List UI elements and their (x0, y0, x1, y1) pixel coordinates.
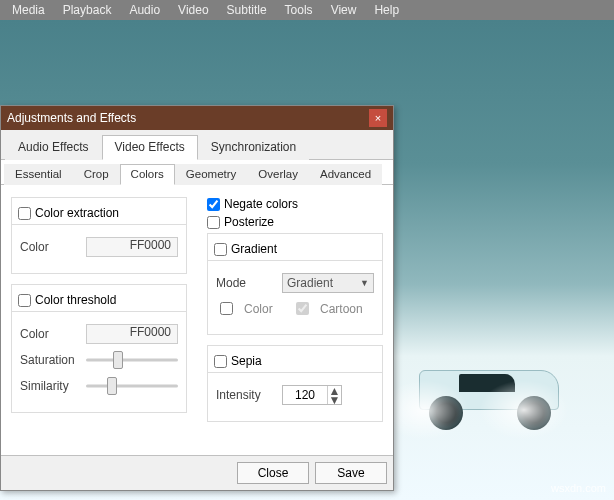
color-threshold-checkbox[interactable] (18, 294, 31, 307)
gradient-mode-label: Mode (216, 276, 274, 290)
gradient-color-checkbox[interactable] (220, 302, 233, 315)
dialog-title: Adjustments and Effects (7, 111, 136, 125)
negate-colors-label: Negate colors (224, 197, 298, 211)
gradient-cartoon-label: Cartoon (320, 302, 363, 316)
gradient-label: Gradient (231, 242, 277, 256)
sepia-checkbox[interactable] (214, 355, 227, 368)
sepia-intensity-spinner[interactable]: 120 ▲ ▼ (282, 385, 342, 405)
sepia-intensity-value: 120 (283, 388, 327, 402)
adjustments-effects-dialog: Adjustments and Effects × Audio Effects … (0, 105, 394, 491)
color-threshold-color-label: Color (20, 327, 78, 341)
gradient-mode-value: Gradient (287, 276, 333, 290)
sepia-intensity-label: Intensity (216, 388, 274, 402)
tab-synchronization[interactable]: Synchronization (198, 135, 309, 160)
tab-video-effects[interactable]: Video Effects (102, 135, 198, 160)
dialog-titlebar[interactable]: Adjustments and Effects × (1, 106, 393, 130)
dialog-footer: Close Save (1, 455, 393, 490)
tab-audio-effects[interactable]: Audio Effects (5, 135, 102, 160)
chevron-down-icon: ▼ (360, 278, 369, 288)
video-content-car (389, 370, 579, 440)
gradient-checkbox[interactable] (214, 243, 227, 256)
negate-colors-checkbox[interactable] (207, 198, 220, 211)
subtab-crop[interactable]: Crop (73, 164, 120, 185)
similarity-slider[interactable] (86, 376, 178, 396)
colors-right-column: Negate colors Posterize Gradient Mode (197, 185, 393, 455)
color-extraction-checkbox[interactable] (18, 207, 31, 220)
colors-left-column: Color extraction Color FF0000 Color thre… (1, 185, 197, 455)
spinner-down-icon[interactable]: ▼ (327, 395, 341, 404)
menu-audio[interactable]: Audio (121, 1, 168, 19)
menu-video[interactable]: Video (170, 1, 216, 19)
color-extraction-color-input[interactable]: FF0000 (86, 237, 178, 257)
menu-media[interactable]: Media (4, 1, 53, 19)
menu-help[interactable]: Help (366, 1, 407, 19)
menu-playback[interactable]: Playback (55, 1, 120, 19)
close-icon[interactable]: × (369, 109, 387, 127)
menu-view[interactable]: View (323, 1, 365, 19)
saturation-slider[interactable] (86, 350, 178, 370)
gradient-color-label: Color (244, 302, 284, 316)
subtab-overlay[interactable]: Overlay (247, 164, 309, 185)
subtab-essential[interactable]: Essential (4, 164, 73, 185)
close-button[interactable]: Close (237, 462, 309, 484)
color-extraction-color-label: Color (20, 240, 78, 254)
video-effects-subtabs: Essential Crop Colors Geometry Overlay A… (1, 160, 393, 185)
menu-subtitle[interactable]: Subtitle (219, 1, 275, 19)
saturation-label: Saturation (20, 353, 78, 367)
dialog-tabstrip: Audio Effects Video Effects Synchronizat… (1, 130, 393, 160)
subtab-colors[interactable]: Colors (120, 164, 175, 185)
menu-tools[interactable]: Tools (277, 1, 321, 19)
main-menu-bar: Media Playback Audio Video Subtitle Tool… (0, 0, 614, 20)
sepia-label: Sepia (231, 354, 262, 368)
gradient-cartoon-checkbox[interactable] (296, 302, 309, 315)
color-threshold-color-input[interactable]: FF0000 (86, 324, 178, 344)
similarity-label: Similarity (20, 379, 78, 393)
color-extraction-label: Color extraction (35, 206, 119, 220)
posterize-checkbox[interactable] (207, 216, 220, 229)
save-button[interactable]: Save (315, 462, 387, 484)
gradient-mode-select[interactable]: Gradient ▼ (282, 273, 374, 293)
color-threshold-label: Color threshold (35, 293, 116, 307)
subtab-geometry[interactable]: Geometry (175, 164, 248, 185)
posterize-label: Posterize (224, 215, 274, 229)
watermark-text: wsxdn.com (551, 482, 606, 494)
subtab-advanced[interactable]: Advanced (309, 164, 382, 185)
